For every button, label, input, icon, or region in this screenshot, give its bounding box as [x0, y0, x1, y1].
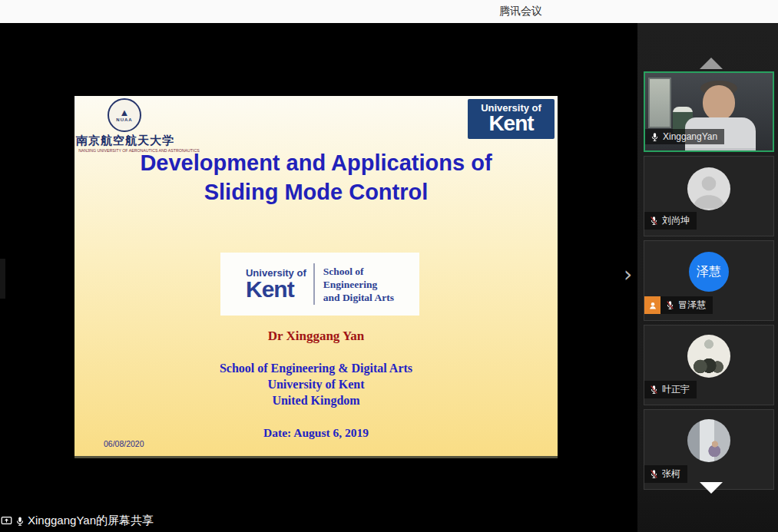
nuaa-seal-glyph: ▲ [120, 108, 130, 117]
participant-name: 叶正宇 [662, 383, 690, 396]
slide-title-line1: Development and Applications of [74, 148, 558, 177]
participant-name: XinggangYan [663, 131, 717, 142]
school-line-2: Engineering [323, 278, 394, 291]
mic-muted-icon [649, 385, 659, 395]
video-window-detail [648, 78, 671, 128]
participant-name: 刘尚坤 [662, 214, 690, 227]
participant-name-tag: 刘尚坤 [644, 212, 697, 230]
mic-muted-icon [665, 300, 675, 310]
nuaa-logo: ▲ NUAA 南京航空航天大学 NANJING UNIVERSITY OF AE… [76, 97, 173, 153]
participant-name-tag: 冒泽慧 [644, 296, 713, 314]
screen-share-icon [1, 515, 12, 527]
participant-name: 冒泽慧 [678, 299, 706, 312]
share-status-bar: XinggangYan的屏幕共享 [0, 514, 154, 528]
app-title: 腾讯会议 [499, 5, 542, 18]
participants-sidebar: XinggangYan 刘尚坤 泽慧 [637, 23, 778, 532]
presentation-date: Date: August 6, 2019 [74, 426, 558, 440]
nuaa-seal-icon: ▲ NUAA [108, 98, 141, 132]
participant-name-tag: XinggangYan [645, 129, 724, 144]
presenter-name: Dr Xinggang Yan [74, 329, 558, 344]
scroll-down-arrow-icon[interactable] [700, 482, 723, 494]
meeting-window: 腾讯会议 ▲ NUAA 南京航空航天大学 NANJING UNIVERSITY … [0, 0, 778, 532]
participant-tile-maozehui[interactable]: 泽慧 冒泽慧 [644, 240, 774, 321]
slide-title: Development and Applications of Sliding … [74, 148, 558, 207]
affiliation-block: School of Engineering & Digital Arts Uni… [74, 360, 558, 408]
host-badge-person-icon [644, 296, 660, 314]
school-logo-university: University of Kent [246, 268, 306, 300]
mic-on-icon [650, 132, 660, 142]
kent-logo-bottom: Kent [468, 113, 555, 134]
school-line-3: and Digital Arts [323, 291, 394, 304]
participant-name: 张柯 [662, 468, 680, 481]
affiliation-line2: University of Kent [74, 376, 558, 392]
school-logo: University of Kent School of Engineering… [220, 253, 419, 316]
slide-title-line2: Sliding Mode Control [74, 177, 558, 207]
meeting-top-bar[interactable]: 腾讯会议 [0, 0, 778, 23]
participant-tile-zhangke[interactable]: 张柯 [644, 409, 774, 490]
nuaa-seal-label: NUAA [116, 117, 132, 122]
picture-avatar [687, 335, 730, 378]
participant-tile-yezhengyu[interactable]: 叶正宇 [644, 325, 774, 405]
placeholder-avatar [687, 167, 730, 210]
participant-name-tag: 张柯 [644, 465, 687, 483]
mic-muted-icon [649, 469, 659, 479]
school-logo-divider [313, 263, 315, 305]
nuaa-name-cn: 南京航空航天大学 [76, 134, 173, 148]
mic-muted-icon [649, 216, 659, 226]
sidebar-collapse-chevron-icon[interactable]: › [624, 264, 632, 286]
initials-avatar: 泽慧 [689, 252, 729, 292]
school-logo-school-name: School of Engineering and Digital Arts [323, 265, 394, 304]
scroll-up-arrow-icon[interactable] [700, 58, 723, 69]
school-logo-uni-bottom: Kent [246, 279, 306, 300]
participant-tile-liushangkun[interactable]: 刘尚坤 [644, 156, 774, 236]
participant-name-tag: 叶正宇 [644, 381, 697, 398]
video-person-head [703, 85, 735, 121]
presentation-slide: ▲ NUAA 南京航空航天大学 NANJING UNIVERSITY OF AE… [74, 96, 558, 458]
left-edge-panel-handle[interactable] [0, 259, 5, 299]
participant-tile-xinggangyan[interactable]: XinggangYan [644, 71, 774, 152]
mic-status-icon [15, 516, 25, 527]
picture-avatar [687, 419, 730, 462]
affiliation-line3: United Kingdom [74, 392, 558, 408]
affiliation-line1: School of Engineering & Digital Arts [74, 360, 558, 376]
share-status-text: XinggangYan的屏幕共享 [28, 514, 154, 528]
slide-footer-date: 06/08/2020 [104, 439, 144, 448]
kent-logo: University of Kent [468, 99, 555, 139]
school-line-1: School of [323, 265, 394, 278]
